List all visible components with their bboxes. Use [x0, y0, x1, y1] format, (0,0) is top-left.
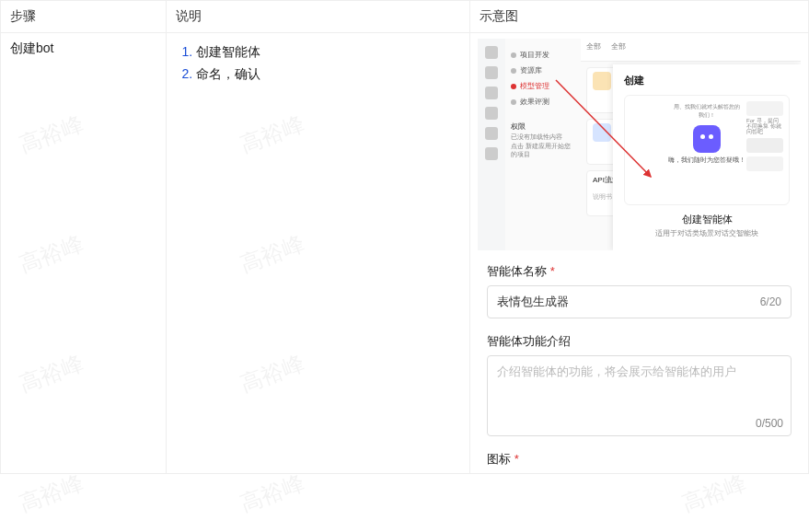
sidebar-icon	[485, 127, 498, 140]
input-name[interactable]: 表情包生成器 6/20	[487, 285, 792, 318]
mock-sidebar	[478, 39, 506, 250]
sidebar-icon	[485, 87, 498, 99]
step-item: 创建智能体	[196, 44, 460, 61]
header-step: 步骤	[1, 1, 167, 33]
cell-fig: 项目开发 资源库 模型管理 效果评测 权限 已没有加载性内容 点击 新建应用开始…	[470, 33, 809, 474]
form-area: 智能体名称 * 表情包生成器 6/20 智能体功能介绍 介绍智能体的功能，将会展…	[478, 250, 801, 468]
cell-step: 创建bot	[1, 33, 167, 474]
header-fig: 示意图	[470, 1, 809, 33]
label-icon: 图标 *	[487, 451, 792, 468]
mock-create-modal: 创建 For 寻，提问不同换算 你就问答吧 用、找我们就对头解答您的我们！ 嗨，…	[613, 64, 801, 250]
label-name: 智能体名称 *	[487, 263, 792, 280]
header-desc: 说明	[167, 1, 470, 33]
step-item: 命名，确认	[196, 66, 460, 83]
label-func: 智能体功能介绍	[487, 333, 792, 350]
mock-panel: 项目开发 资源库 模型管理 效果评测 权限 已没有加载性内容 点击 新建应用开始…	[505, 39, 581, 250]
figure-screenshot: 项目开发 资源库 模型管理 效果评测 权限 已没有加载性内容 点击 新建应用开始…	[478, 39, 801, 250]
sidebar-icon	[485, 147, 498, 160]
cell-desc: 创建智能体 命名，确认	[167, 33, 470, 474]
sidebar-icon	[485, 66, 498, 79]
bot-face-icon	[693, 125, 721, 153]
doc-table: 步骤 说明 示意图 创建bot 创建智能体 命名，确认	[0, 0, 809, 474]
sidebar-icon	[485, 107, 498, 120]
textarea-func[interactable]: 介绍智能体的功能，将会展示给智能体的用户 0/500	[487, 355, 792, 436]
sidebar-icon	[485, 46, 498, 59]
